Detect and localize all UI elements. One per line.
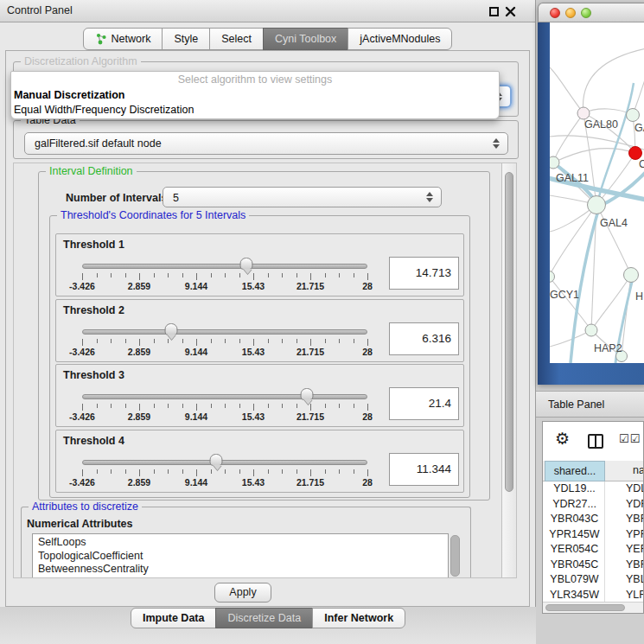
table-data-value: galFiltered.sif default node (35, 133, 162, 154)
cell: YBR043C (545, 512, 605, 527)
tab-discretize-data[interactable]: Discretize Data (215, 608, 313, 628)
slider-thumb[interactable] (240, 258, 253, 270)
network-node[interactable] (627, 109, 640, 122)
scale-label: 15.43 (242, 347, 265, 357)
table-row[interactable]: YDL19...YDL1 (543, 481, 643, 497)
threshold-slider[interactable] (82, 394, 367, 399)
table-toolbar: ⚙ ☑☑ (543, 422, 643, 460)
popup-item-manual-discretization[interactable]: Manual Discretization (11, 88, 499, 103)
network-node[interactable] (550, 271, 555, 283)
combo-arrows-icon (493, 138, 500, 149)
threshold-slider[interactable] (82, 264, 367, 269)
threshold-value-field[interactable]: 21.4 (389, 387, 459, 420)
threshold-value-field[interactable]: 11.344 (389, 453, 459, 486)
apply-button[interactable]: Apply (214, 583, 271, 603)
apply-strip: Apply (6, 578, 529, 607)
settings-vertical-scrollbar[interactable] (501, 163, 516, 577)
threshold-value-field[interactable]: 6.316 (389, 322, 459, 355)
threshold-row-3: Threshold 3 -3.426 2.859 9.144 15.43 (55, 364, 464, 427)
numerical-attributes-list[interactable]: SelfLoops TopologicalCoefficient Between… (32, 533, 449, 578)
network-node[interactable] (585, 324, 597, 336)
table-data-combobox[interactable]: galFiltered.sif default node (24, 132, 508, 155)
cell: YDR2 (626, 497, 644, 513)
list-item[interactable]: SelfLoops (38, 536, 448, 550)
table-row[interactable]: YBL079WYBL0 (543, 572, 643, 588)
num-intervals-combobox[interactable]: 5 (163, 187, 442, 207)
cell: YDL19... (545, 481, 605, 497)
tab-network[interactable]: Network (83, 28, 163, 50)
control-panel-title: Control Panel (7, 0, 73, 22)
threshold-label: Threshold 3 (63, 369, 124, 381)
zoom-window-icon[interactable] (581, 8, 591, 18)
tab-cyni-toolbox[interactable]: Cyni Toolbox (263, 28, 348, 50)
table-row[interactable]: YER054CYER0 (543, 542, 643, 558)
scale-label: 21.715 (296, 411, 324, 422)
column-view-icon[interactable] (588, 434, 603, 449)
column-header-shared-name[interactable]: shared... (545, 461, 605, 481)
node-label: GCY1 (550, 289, 579, 301)
close-icon[interactable] (505, 6, 516, 17)
node-label: GAL4 (600, 217, 628, 229)
scale-label: 9.144 (185, 477, 207, 488)
threshold-value-field[interactable]: 14.713 (389, 257, 459, 290)
cell: YBL079W (545, 572, 605, 588)
slider-scale: -3.426 2.859 9.144 15.43 21.715 28 (82, 281, 367, 292)
gear-icon[interactable]: ⚙ (555, 429, 570, 448)
cell: YDR27... (545, 497, 605, 513)
float-window-icon[interactable] (489, 7, 499, 16)
network-node[interactable] (588, 196, 606, 214)
list-scrollbar-thumb[interactable] (450, 535, 460, 577)
scale-label: -3.426 (69, 347, 95, 357)
settings-content: Interval Definition Number of Intervals … (14, 163, 503, 578)
network-canvas[interactable]: GAL80 GA C GAL11 GAL4 GCY1 H HAP2 (550, 22, 644, 363)
tab-label: Cyni Toolbox (275, 29, 336, 49)
table-row[interactable]: YLR345WYLR3 (543, 588, 643, 603)
num-intervals-label: Number of Intervals (66, 192, 167, 204)
table-row[interactable]: YDR27...YDR2 (543, 497, 643, 513)
scrollbar-thumb[interactable] (545, 604, 625, 611)
table-row[interactable]: YBR043CYBR0 (543, 512, 643, 527)
threshold-label: Threshold 1 (63, 239, 124, 251)
table-row[interactable]: YBR045CYBR0 (543, 558, 643, 573)
tab-style[interactable]: Style (162, 28, 210, 50)
cell: YPR145W (545, 527, 605, 543)
threshold-slider[interactable] (82, 460, 367, 465)
slider-thumb[interactable] (210, 454, 223, 466)
slider-thumb[interactable] (164, 323, 177, 335)
table-panel: ⚙ ☑☑ shared... na YDL19...YDL1 YDR27...Y… (542, 421, 644, 614)
scale-label: 28 (362, 281, 373, 291)
scale-label: 2.859 (128, 477, 150, 488)
scrollbar-thumb[interactable] (505, 172, 513, 492)
column-header-name[interactable]: na (633, 461, 644, 481)
scale-label: 21.715 (296, 477, 324, 488)
node-label: HAP2 (594, 342, 622, 354)
network-node[interactable] (550, 156, 559, 169)
scale-label: 28 (362, 477, 373, 488)
threshold-slider[interactable] (82, 329, 367, 335)
tab-impute-data[interactable]: Impute Data (131, 608, 217, 628)
cell: YBL0 (626, 572, 644, 588)
network-node[interactable] (624, 268, 639, 283)
list-item[interactable]: TopologicalCoefficient (38, 550, 448, 564)
tab-select[interactable]: Select (209, 28, 264, 50)
slider-scale: -3.426 2.859 9.144 15.43 21.715 28 (82, 411, 367, 423)
slider-ticks (82, 339, 367, 347)
slider-thumb[interactable] (301, 388, 314, 400)
tab-infer-network[interactable]: Infer Network (312, 608, 405, 628)
list-item[interactable]: BetweennessCentrality (38, 563, 448, 577)
network-icon (95, 33, 107, 45)
table-panel-title: Table Panel (548, 392, 604, 418)
control-panel-titlebar: Control Panel (0, 0, 535, 22)
cell: YPR1 (626, 527, 644, 543)
tab-label: Discretize Data (227, 609, 301, 628)
table-row[interactable]: YPR145WYPR1 (543, 527, 643, 543)
table-horizontal-scrollbar[interactable] (543, 602, 643, 613)
popup-item-equal-width-frequency[interactable]: Equal Width/Frequency Discretization (11, 103, 499, 118)
close-window-icon[interactable] (550, 8, 560, 18)
network-node[interactable] (577, 107, 590, 119)
cyni-toolbox-panel: Discretization Algorithm Table Data galF… (5, 50, 530, 607)
minimize-window-icon[interactable] (565, 8, 576, 18)
tab-jactivemnodules[interactable]: jActiveMNodules (348, 28, 452, 50)
checkbox-icons[interactable]: ☑☑ (619, 432, 641, 445)
algorithm-dropdown-popup: Select algorithm to view settings Manual… (10, 71, 500, 119)
